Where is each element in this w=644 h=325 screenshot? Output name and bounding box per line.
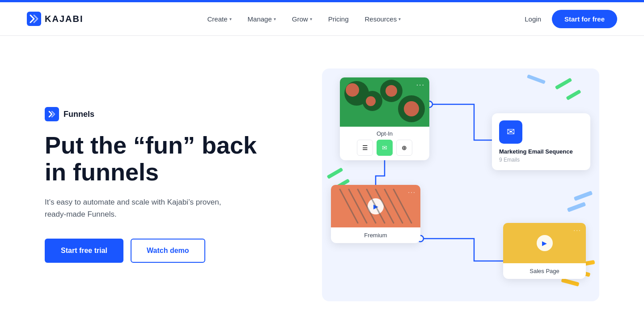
nav-pricing[interactable]: Pricing [328, 15, 349, 23]
svg-line-10 [367, 189, 385, 223]
sales-page-card: ▶ ··· Sales Page [503, 223, 586, 279]
hero-right: ··· Opt-In ☰ ✉ ⊕ ✉ Marketing Email Seque… [277, 36, 644, 325]
chevron-down-icon: ▾ [398, 17, 401, 21]
sales-page-label: Sales Page [503, 263, 586, 279]
svg-line-12 [385, 189, 402, 223]
fremium-menu-dots: ··· [408, 188, 416, 196]
fremium-label: Fremium [331, 227, 420, 243]
hero-subtext: It’s easy to automate and scale with Kaj… [45, 196, 233, 220]
dash-blue-2 [574, 191, 593, 201]
nail-pattern-svg [331, 185, 420, 227]
svg-line-9 [358, 189, 376, 223]
fremium-image: ▶ ··· [331, 185, 420, 227]
opt-in-card: ··· Opt-In ☰ ✉ ⊕ [340, 77, 429, 160]
svg-line-7 [340, 189, 358, 223]
sales-image: ▶ ··· [503, 223, 586, 263]
fig-inner-1 [346, 83, 359, 97]
login-link[interactable]: Login [525, 15, 541, 23]
fig-inner-4 [404, 101, 419, 116]
logo[interactable]: KAJABI [27, 12, 83, 26]
funnel-diagram: ··· Opt-In ☰ ✉ ⊕ ✉ Marketing Email Seque… [322, 68, 599, 301]
svg-line-11 [376, 189, 394, 223]
opt-in-plus-icon: ⊕ [396, 140, 412, 156]
email-envelope-icon: ✉ [499, 120, 522, 144]
main-nav: Create ▾ Manage ▾ Grow ▾ Pricing Resourc… [208, 15, 401, 23]
nav-create[interactable]: Create ▾ [208, 15, 232, 23]
fremium-card: ▶ ··· Fremium [331, 185, 420, 243]
fig-inner-3 [386, 85, 397, 97]
dash-yellow-2 [561, 278, 580, 287]
site-header: KAJABI Create ▾ Manage ▾ Grow ▾ Pricing … [0, 2, 644, 36]
dash-green-1 [555, 78, 572, 90]
start-for-free-button[interactable]: Start for free [552, 10, 617, 28]
chevron-down-icon: ▾ [229, 17, 232, 21]
dash-green-2 [566, 90, 581, 100]
sales-play-button-icon[interactable]: ▶ [537, 235, 553, 251]
nav-manage[interactable]: Manage ▾ [248, 15, 276, 23]
chevron-down-icon: ▾ [310, 17, 312, 21]
opt-in-icons: ☰ ✉ ⊕ [340, 140, 429, 160]
header-right: Login Start for free [525, 10, 617, 28]
opt-in-image: ··· [340, 77, 429, 127]
brand-tag: Funnels [45, 107, 277, 121]
email-card: ✉ Marketing Email Sequence 9 Emails [492, 113, 590, 170]
dash-blue-1 [527, 74, 546, 84]
email-card-subtitle: 9 Emails [499, 157, 583, 163]
nav-resources[interactable]: Resources ▾ [364, 15, 401, 23]
opt-in-label: Opt-In [340, 127, 429, 140]
start-free-trial-button[interactable]: Start free trial [45, 239, 123, 263]
nav-grow[interactable]: Grow ▾ [292, 15, 312, 23]
dash-green-3 [327, 167, 343, 179]
cta-buttons: Start free trial Watch demo [45, 239, 277, 263]
opt-in-menu-dots: ··· [416, 81, 425, 89]
kajabi-logo-icon [27, 12, 41, 26]
email-card-title: Marketing Email Sequence [499, 148, 583, 155]
chevron-down-icon: ▾ [274, 17, 276, 21]
hero-left: Funnels Put the “fun” back in funnels It… [45, 98, 277, 262]
watch-demo-button[interactable]: Watch demo [131, 239, 205, 263]
hero-headline: Put the “fun” back in funnels [45, 132, 277, 185]
opt-in-list-icon: ☰ [357, 140, 373, 156]
main-content: Funnels Put the “fun” back in funnels It… [0, 36, 644, 325]
svg-line-8 [349, 189, 367, 223]
fig-inner-2 [366, 96, 376, 106]
funnels-tag-icon [45, 107, 59, 121]
dash-blue-3 [567, 202, 586, 212]
funnels-label: Funnels [64, 110, 94, 119]
sales-menu-dots: ··· [573, 227, 581, 234]
logo-text: KAJABI [45, 14, 83, 24]
opt-in-email-icon: ✉ [377, 140, 393, 156]
